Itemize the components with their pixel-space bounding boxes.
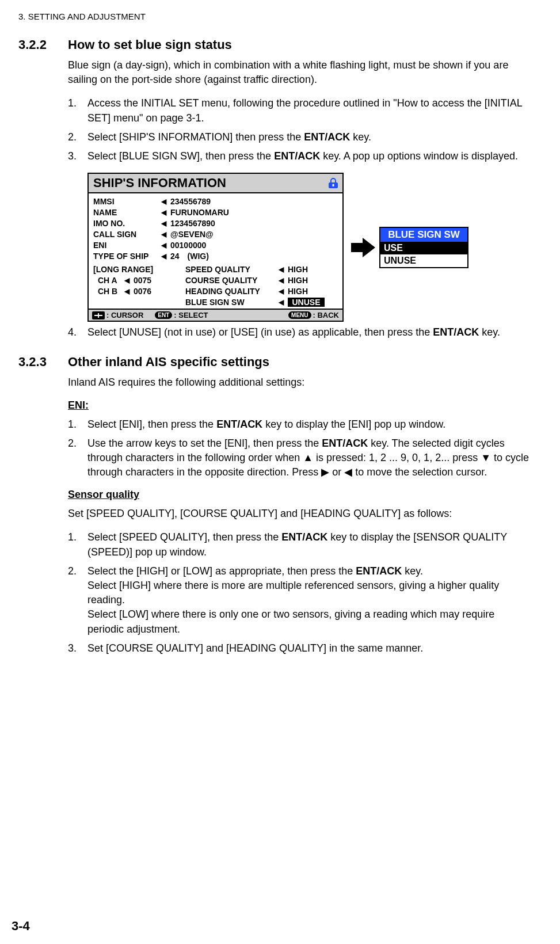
eni-step-1: 1. Select [ENI], then press the ENT/ACK … xyxy=(68,417,532,432)
sensor-quality-subheading: Sensor quality xyxy=(68,489,532,501)
screen-title-text: SHIP'S INFORMATION xyxy=(93,176,226,191)
step-text-part: Select [UNUSE] (not in use) or [USE] (in… xyxy=(87,326,433,338)
step-text-part: Select [LOW] where there is only one or … xyxy=(87,608,494,634)
step-text-part: key to display the [ENI] pop up window. xyxy=(262,418,445,430)
sq-intro: Set [SPEED QUALITY], [COURSE QUALITY] an… xyxy=(68,507,532,521)
section-title: How to set blue sign status xyxy=(68,37,232,52)
step-num: 2. xyxy=(68,564,87,637)
step-num: 4. xyxy=(68,325,87,340)
field-value: FURUNOMARU xyxy=(167,208,229,217)
step-text: Select the [HIGH] or [LOW] as appropriat… xyxy=(87,564,532,637)
field-label: CH A xyxy=(98,276,123,285)
key-name: ENT/ACK xyxy=(216,418,262,430)
step-num: 1. xyxy=(68,530,87,559)
field-label: BLUE SIGN SW xyxy=(185,298,277,307)
step-4: 4. Select [UNUSE] (not in use) or [USE] … xyxy=(68,325,532,340)
step-1: 1. Access the INITIAL SET menu, followin… xyxy=(68,96,532,125)
page-header: 3. SETTING AND ADJUSTMENT xyxy=(18,12,532,21)
step-text-part: Use the arrow keys to set the [ENI], the… xyxy=(87,437,322,449)
key-name: ENT/ACK xyxy=(274,150,320,162)
section-title: Other inland AIS specific settings xyxy=(68,355,269,370)
arrow-right-icon xyxy=(351,237,376,258)
step-num: 1. xyxy=(68,96,87,125)
field-value: HIGH xyxy=(284,276,308,285)
left-arrow-icon: ◀ xyxy=(160,197,167,205)
field-value: @SEVEN@ xyxy=(167,230,214,239)
left-arrow-icon: ◀ xyxy=(160,208,167,216)
field-value: 0075 xyxy=(130,276,151,285)
key-name: ENT/ACK xyxy=(322,437,368,449)
left-arrow-icon: ◀ xyxy=(160,230,167,238)
sq-step-1: 1. Select [SPEED QUALITY], then press th… xyxy=(68,530,532,559)
step-num: 3. xyxy=(68,641,87,656)
long-range-label: [LONG RANGE] xyxy=(93,265,153,274)
step-text-part: Select [SHIP'S INFORMATION] then press t… xyxy=(87,131,304,143)
field-label: CH B xyxy=(98,287,123,296)
eni-subheading: ENI: xyxy=(68,399,532,412)
step-text-part: Select the [HIGH] or [LOW] as appropriat… xyxy=(87,565,356,577)
popup-option-unuse[interactable]: UNUSE xyxy=(380,254,467,267)
step-text: Use the arrow keys to set the [ENI], the… xyxy=(87,436,532,480)
ship-info-diagram: SHIP'S INFORMATION MMSI◀234556789 NAME◀F… xyxy=(87,173,532,322)
ship-info-screen: SHIP'S INFORMATION MMSI◀234556789 NAME◀F… xyxy=(87,173,344,322)
ent-pill-icon: ENT xyxy=(155,311,172,319)
field-label: IMO NO. xyxy=(93,219,160,228)
field-label: HEADING QUALITY xyxy=(185,287,277,296)
left-arrow-icon: ◀ xyxy=(277,265,284,273)
footer-label: : CURSOR xyxy=(106,311,143,319)
step-text: Select [SHIP'S INFORMATION] then press t… xyxy=(87,130,532,144)
sensor-quality-steps: 1. Select [SPEED QUALITY], then press th… xyxy=(68,530,532,656)
step-text: Set [COURSE QUALITY] and [HEADING QUALIT… xyxy=(87,641,532,656)
field-value: 24 (WIG) xyxy=(167,252,209,261)
field-value: 00100000 xyxy=(167,241,206,250)
steps-322: 1. Access the INITIAL SET menu, followin… xyxy=(68,96,532,163)
step-num: 3. xyxy=(68,149,87,163)
field-label: TYPE OF SHIP xyxy=(93,252,160,261)
footer-label: : BACK xyxy=(313,311,340,319)
svg-rect-1 xyxy=(333,184,334,187)
section-3-2-3: 3.2.3 Other inland AIS specific settings xyxy=(18,355,532,370)
section-3-2-2: 3.2.2 How to set blue sign status xyxy=(18,37,532,52)
field-value: HIGH xyxy=(284,265,308,274)
left-arrow-icon: ◀ xyxy=(123,287,130,295)
step-text-part: Select [BLUE SIGN SW], then press the xyxy=(87,150,274,162)
step-text-part: key. A pop up options window is displaye… xyxy=(320,150,518,162)
field-label: SPEED QUALITY xyxy=(185,265,277,274)
step-2: 2. Select [SHIP'S INFORMATION] then pres… xyxy=(68,130,532,144)
left-arrow-icon: ◀ xyxy=(277,287,284,295)
step-num: 2. xyxy=(68,436,87,480)
eni-step-2: 2. Use the arrow keys to set the [ENI], … xyxy=(68,436,532,480)
step-3: 3. Select [BLUE SIGN SW], then press the… xyxy=(68,149,532,163)
intro-paragraph: Blue sign (a day-sign), which in combina… xyxy=(68,58,532,87)
step-text-part: key. xyxy=(402,565,423,577)
field-label: NAME xyxy=(93,208,160,217)
eni-steps: 1. Select [ENI], then press the ENT/ACK … xyxy=(68,417,532,480)
step-text: Select [SPEED QUALITY], then press the E… xyxy=(87,530,532,559)
step-text-part: key. xyxy=(350,131,371,143)
step-text-part: Select [HIGH] where there is more are mu… xyxy=(87,580,499,606)
field-value: 1234567890 xyxy=(167,219,215,228)
field-value: 0076 xyxy=(130,287,151,296)
lock-icon xyxy=(329,178,338,188)
left-arrow-icon: ◀ xyxy=(277,276,284,284)
field-label: COURSE QUALITY xyxy=(185,276,277,285)
key-name: ENT/ACK xyxy=(281,531,327,543)
screen-titlebar: SHIP'S INFORMATION xyxy=(89,174,342,193)
page-number: 3-4 xyxy=(12,919,30,934)
popup-title: BLUE SIGN SW xyxy=(380,228,467,242)
popup-option-use[interactable]: USE xyxy=(380,242,467,254)
cursor-icon xyxy=(92,311,105,319)
left-arrow-icon: ◀ xyxy=(123,276,130,284)
section-number: 3.2.3 xyxy=(18,355,68,370)
field-value: HIGH xyxy=(284,287,308,296)
screen-body: MMSI◀234556789 NAME◀FURUNOMARU IMO NO.◀1… xyxy=(89,193,342,309)
step-text-part: Select [SPEED QUALITY], then press the xyxy=(87,531,281,543)
field-label: CALL SIGN xyxy=(93,230,160,239)
left-arrow-icon: ◀ xyxy=(160,252,167,260)
step-text-part: Select [ENI], then press the xyxy=(87,418,216,430)
blue-sign-popup: BLUE SIGN SW USE UNUSE xyxy=(379,227,468,268)
step-text-part: key. xyxy=(479,326,500,338)
footer-label: : SELECT xyxy=(174,311,208,319)
step-text: Select [ENI], then press the ENT/ACK key… xyxy=(87,417,532,432)
menu-pill-icon: MENU xyxy=(288,311,311,319)
